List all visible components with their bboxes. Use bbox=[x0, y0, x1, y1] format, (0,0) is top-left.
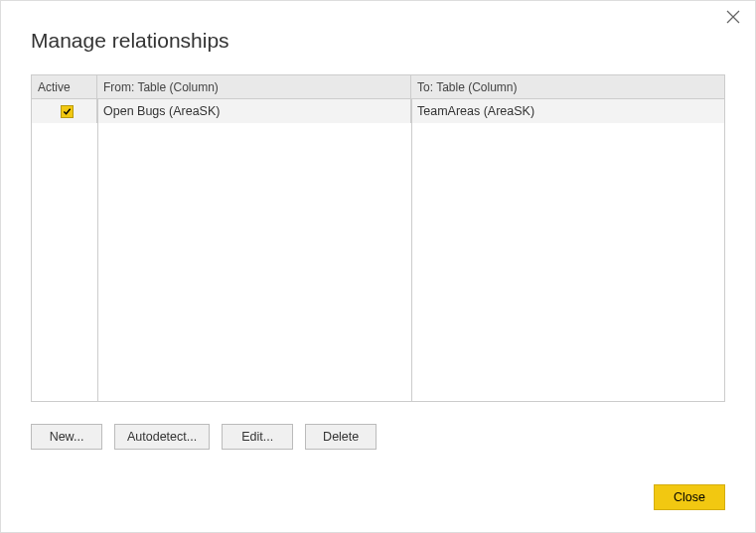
edit-button[interactable]: Edit... bbox=[222, 424, 293, 450]
cell-active[interactable] bbox=[32, 99, 97, 123]
autodetect-button[interactable]: Autodetect... bbox=[114, 424, 210, 450]
table-body: Open Bugs (AreaSK) TeamAreas (AreaSK) bbox=[32, 99, 724, 401]
relationships-table: Active From: Table (Column) To: Table (C… bbox=[31, 74, 725, 402]
cell-from: Open Bugs (AreaSK) bbox=[97, 99, 411, 123]
table-row[interactable]: Open Bugs (AreaSK) TeamAreas (AreaSK) bbox=[32, 99, 724, 123]
action-buttons: New... Autodetect... Edit... Delete bbox=[31, 424, 725, 450]
manage-relationships-dialog: Manage relationships Active From: Table … bbox=[0, 0, 756, 533]
checkbox-icon[interactable] bbox=[61, 105, 74, 118]
dialog-footer: Close bbox=[654, 484, 725, 510]
cell-to: TeamAreas (AreaSK) bbox=[411, 99, 724, 123]
column-header-from[interactable]: From: Table (Column) bbox=[97, 75, 411, 98]
table-header: Active From: Table (Column) To: Table (C… bbox=[32, 75, 724, 99]
delete-button[interactable]: Delete bbox=[305, 424, 377, 450]
close-icon[interactable] bbox=[723, 9, 743, 29]
column-header-active[interactable]: Active bbox=[32, 75, 97, 98]
new-button[interactable]: New... bbox=[31, 424, 102, 450]
column-header-to[interactable]: To: Table (Column) bbox=[411, 75, 724, 98]
dialog-title: Manage relationships bbox=[31, 29, 755, 53]
close-button[interactable]: Close bbox=[654, 484, 725, 510]
